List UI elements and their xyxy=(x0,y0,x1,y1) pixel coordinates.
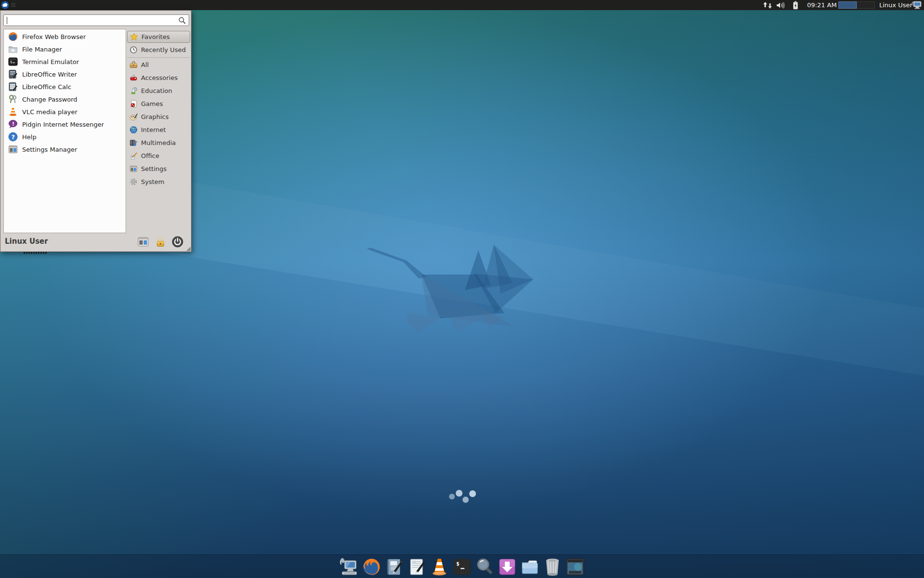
text-caret xyxy=(7,17,7,24)
search-icon xyxy=(178,16,186,25)
help-icon: ? xyxy=(8,132,18,142)
dock-item-firefox[interactable] xyxy=(362,557,381,577)
volume-icon xyxy=(776,1,787,9)
session-menu-button[interactable] xyxy=(911,0,922,10)
app-item-libreoffice-writer[interactable]: LibreOffice Writer xyxy=(4,68,126,80)
app-item-settings-manager[interactable]: Settings Manager xyxy=(4,143,126,156)
app-item-libreoffice-calc[interactable]: LibreOffice Calc xyxy=(4,80,126,93)
category-label: All xyxy=(141,61,149,68)
app-label: Help xyxy=(22,133,37,141)
app-item-file-manager[interactable]: File Manager xyxy=(4,43,126,55)
xubuntu-mouse-logo xyxy=(356,236,549,342)
pidgin-icon: ! xyxy=(8,119,18,130)
office-icon xyxy=(129,152,138,160)
category-system[interactable]: System xyxy=(127,175,190,188)
svg-text:$: $ xyxy=(456,561,460,567)
category-recently-used[interactable]: Recently Used xyxy=(127,43,190,56)
education-icon xyxy=(129,87,138,95)
search-input[interactable] xyxy=(7,16,176,25)
app-label: LibreOffice Calc xyxy=(22,83,71,91)
whisker-menu-button[interactable] xyxy=(1,0,20,10)
user-computer-icon xyxy=(911,1,922,9)
favorites-app-list: Firefox Web Browser File Manager $ xyxy=(3,29,126,233)
dock-item-document[interactable] xyxy=(407,557,426,577)
svg-text:?: ? xyxy=(11,133,15,141)
category-label: Office xyxy=(141,152,159,159)
dock-item-vlc[interactable] xyxy=(430,557,449,577)
notebook-pen-icon xyxy=(385,558,403,576)
dock-item-downloader[interactable] xyxy=(498,557,517,577)
category-games[interactable]: Games xyxy=(127,97,190,110)
category-favorites[interactable]: Favorites xyxy=(127,31,190,43)
star-icon xyxy=(129,33,138,41)
remote-computer-icon xyxy=(339,558,359,576)
app-item-vlc[interactable]: VLC media player xyxy=(4,105,126,118)
password-keys-icon xyxy=(8,94,18,105)
writer-icon xyxy=(8,69,18,79)
vlc-cone-icon xyxy=(430,557,449,577)
toolbox-icon xyxy=(129,61,138,69)
globe-icon xyxy=(129,126,138,134)
gear-icon xyxy=(129,178,138,186)
firefox-icon xyxy=(8,32,18,42)
category-graphics[interactable]: Graphics xyxy=(127,110,190,123)
folder-icon xyxy=(520,558,539,576)
dock-item-workspace[interactable] xyxy=(565,557,585,577)
dock-panel: $ xyxy=(0,554,924,578)
app-item-firefox[interactable]: Firefox Web Browser xyxy=(4,30,126,43)
app-label: VLC media player xyxy=(22,108,77,116)
terminal-icon: $ xyxy=(8,57,18,67)
games-icon xyxy=(129,100,138,108)
category-label: Accessories xyxy=(141,74,178,81)
log-out-button[interactable] xyxy=(172,236,183,248)
category-all[interactable]: All xyxy=(127,58,190,71)
all-settings-button[interactable] xyxy=(137,236,149,248)
app-label: Change Password xyxy=(22,96,77,103)
app-item-change-password[interactable]: Change Password xyxy=(4,93,126,105)
lock-screen-button[interactable] xyxy=(154,236,166,248)
power-icon xyxy=(172,236,183,248)
session-menu-label[interactable]: Linux User xyxy=(879,0,912,10)
category-label: Favorites xyxy=(141,33,170,40)
app-item-help[interactable]: ? Help xyxy=(4,131,126,143)
workspace-1[interactable] xyxy=(838,1,857,9)
app-item-terminal[interactable]: $ Terminal Emulator xyxy=(4,55,126,68)
vlc-cone-icon xyxy=(8,107,18,117)
app-label: LibreOffice Writer xyxy=(22,71,77,78)
calc-icon xyxy=(8,82,18,92)
menu-footer: Linux User xyxy=(0,232,191,251)
app-item-pidgin[interactable]: ! Pidgin Internet Messenger xyxy=(4,118,126,131)
category-label: Internet xyxy=(141,126,166,133)
svg-text:$: $ xyxy=(10,60,12,64)
dock-item-terminal[interactable]: $ xyxy=(452,557,472,577)
category-settings[interactable]: Settings xyxy=(127,162,190,175)
app-label: Terminal Emulator xyxy=(22,58,79,66)
category-education[interactable]: Education xyxy=(127,84,190,97)
app-label: File Manager xyxy=(22,46,62,53)
whisker-menu: Firefox Web Browser File Manager $ xyxy=(0,10,192,252)
category-label: Multimedia xyxy=(141,139,176,146)
dock-item-trash[interactable] xyxy=(543,557,562,577)
battery-indicator[interactable] xyxy=(793,0,798,10)
category-label: Games xyxy=(141,100,163,107)
menu-resize-grip[interactable] xyxy=(186,247,191,251)
document-pen-icon xyxy=(408,558,426,576)
network-icon xyxy=(763,1,773,9)
category-multimedia[interactable]: Multimedia xyxy=(127,136,190,149)
category-label: Graphics xyxy=(141,113,168,120)
workspace-2[interactable] xyxy=(857,1,875,9)
network-indicator[interactable] xyxy=(763,0,773,10)
volume-indicator[interactable] xyxy=(776,0,787,10)
swiss-knife-icon xyxy=(129,74,138,82)
xubuntu-logo-icon xyxy=(1,1,9,9)
category-internet[interactable]: Internet xyxy=(127,123,190,136)
category-office[interactable]: Office xyxy=(127,149,190,162)
dock-item-file-manager[interactable] xyxy=(520,557,539,577)
battery-icon xyxy=(793,1,798,10)
dock-item-notebook[interactable] xyxy=(385,557,404,577)
dock-item-remote-computer[interactable] xyxy=(339,557,359,577)
category-accessories[interactable]: Accessories xyxy=(127,71,190,84)
panel-clock[interactable]: 09:21 AM xyxy=(807,0,837,10)
workspace-pager[interactable] xyxy=(838,1,875,9)
dock-item-app-finder[interactable] xyxy=(475,557,494,577)
